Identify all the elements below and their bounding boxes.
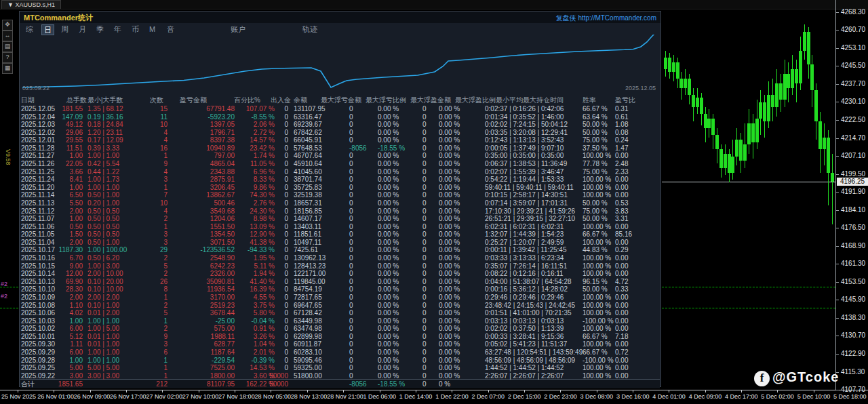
table-cell: 3.00 (45, 372, 83, 380)
table-cell: 0 (422, 294, 440, 302)
table-row[interactable]: 2025.11.201.001.00 | 1.0013206.459.86 %0… (21, 184, 659, 192)
candle-body (707, 119, 711, 128)
table-row[interactable]: 2025.09.296.001.00 | 1.0061187.642.01 %0… (21, 348, 659, 357)
cursor-icon[interactable]: ↔ (2, 31, 13, 41)
table-row[interactable]: 2025.10.159.001.00 | 3.0056242.235.11 %0… (21, 262, 659, 270)
help-icon[interactable]: ? (2, 52, 13, 63)
table-row[interactable]: 2025.11.135.500.20 | 1.0010500.462.76 %0… (21, 199, 659, 207)
table-cell: -8056 (349, 380, 378, 388)
table-row[interactable]: 2025.10.1412.002.00 | 10.0022326.001.94 … (21, 270, 659, 278)
period-button-M[interactable]: M (147, 24, 157, 34)
table-row[interactable]: 2025.10.026.001.00 | 5.002575.000.91 %06… (21, 325, 659, 333)
mt4-window: ▼ XAUUSD.s,H1 V9.58 #2 #2 MTCommander统计 … (0, 0, 868, 404)
table-row[interactable]: 2025.10.031.001.00 | 1.001-25.00-0.04 %0… (21, 317, 659, 325)
period-button-综[interactable]: 综 (24, 24, 35, 34)
table-cell: 0.00 % (439, 348, 481, 357)
table-cell: 0.00 % (439, 152, 481, 160)
move-icon[interactable]: ✥ (2, 20, 13, 31)
table-row[interactable]: 2025.12.0349.120.18 | 24.84101397.052.06… (21, 121, 659, 129)
table-row[interactable]: 2025.10.092.002.00 | 2.0013170.004.55 %0… (21, 294, 659, 302)
table-cell: 0.50 (45, 223, 83, 231)
table-row[interactable]: 2025.11.2811.510.39 | 3.331610940.8923.4… (21, 144, 659, 153)
table-row[interactable]: 2025.11.146.500.50 | 1.00713862.6774.30 … (21, 191, 659, 199)
total-row[interactable]: 合计1851.6521281107.95162.22 %50000-8056-1… (21, 380, 659, 388)
candle-body (807, 32, 810, 65)
account-button[interactable]: 账户 (229, 24, 248, 34)
table-cell: 4 (140, 136, 167, 144)
table-row[interactable]: 2025.11.253.660.44 | 1.2242343.886.96 %0… (21, 168, 659, 176)
grid-icon[interactable]: ▤ (2, 41, 13, 52)
table-row[interactable]: 2025.11.122.000.50 | 0.5043549.6824.30 %… (21, 207, 659, 216)
table-row[interactable]: 2025.10.081.100.10 | 1.0022519.233.75 %0… (21, 302, 659, 310)
table-cell: 0.00 % (378, 199, 420, 207)
table-cell: 0.00 % (439, 270, 481, 278)
table-row[interactable]: 2025.11.271.001.00 | 1.001797.001.74 %04… (21, 152, 659, 160)
table-cell: 0.00 % (378, 357, 420, 365)
period-button-季[interactable]: 季 (94, 24, 106, 34)
candle-body (763, 102, 766, 121)
tab-xauusd[interactable]: ▼ XAUUSD.s,H1 (1, 0, 61, 9)
table-row[interactable]: 2025.10.1028.300.10 | 10.00811936.5416.3… (21, 285, 659, 294)
table-cell: 0:08:22 | 0:12:16 | 0:16:11 (485, 270, 599, 278)
column-header: 日期 (21, 96, 35, 105)
candle-body (696, 98, 699, 107)
table-cell: 10 (140, 199, 167, 207)
table-cell: -25.00 (174, 317, 235, 325)
table-row[interactable]: 2025.11.2622.050.42 | 5.5494865.0411.05 … (21, 160, 659, 168)
table-cell: 0 (258, 199, 288, 207)
table-cell: 69.90 (45, 278, 83, 286)
table-row[interactable]: 2025.09.255.005.00 | 5.0017525.0014.53 %… (21, 364, 659, 372)
period-button-币[interactable]: 币 (130, 24, 141, 34)
table-row[interactable]: 2025.11.071.000.50 | 0.5021204.068.98 %0… (21, 215, 659, 223)
table-cell: 0.00 % (439, 215, 481, 223)
table-cell: 0.00 % (378, 333, 420, 341)
table-row[interactable]: 2025.10.171187.301.00 | 100.0029-123536.… (21, 246, 659, 254)
table-row[interactable]: 2025.10.015.120.01 | 1.0091988.113.26 %0… (21, 333, 659, 341)
period-button-年[interactable]: 年 (112, 24, 123, 34)
track-button[interactable]: 轨迹 (300, 24, 319, 34)
table-row[interactable]: 2025.12.0129.550.17 | 12.0948397.3814.57… (21, 136, 659, 144)
table-cell: 2519.23 (174, 302, 235, 310)
table-cell: 1354.50 (174, 230, 235, 239)
table-row[interactable]: 2025.10.064.020.01 | 2.0053678.445.80 %0… (21, 309, 659, 317)
table-row[interactable]: 2025.12.05181.551.35 | 68.121567791.4810… (21, 105, 659, 113)
table-cell: 0 (258, 152, 288, 160)
table-cell: 8 (140, 285, 167, 294)
candle-body (679, 79, 683, 88)
price-tick (836, 84, 839, 85)
table-cell: 0.00 (615, 152, 649, 160)
table-row[interactable]: 2025.11.051.500.50 | 0.5031354.5012.90 %… (21, 230, 659, 239)
mtcommander-stats-panel[interactable]: MTCommander统计 复盘侠 http://MTCommander.com… (19, 11, 661, 387)
table-row[interactable]: 2025.09.223.003.00 | 3.0011800.003.60 %5… (21, 372, 659, 380)
table-row[interactable]: 2025.12.04147.090.19 | 36.1611-5923.20-8… (21, 113, 659, 121)
table-row[interactable]: 2025.09.281.001.00 | 1.001-229.54-0.39 %… (21, 357, 659, 365)
table-row[interactable]: 2025.11.060.500.50 | 0.5011551.5013.09 %… (21, 223, 659, 231)
table-row[interactable]: 2025.11.042.000.50 | 1.0033071.5041.38 %… (21, 239, 659, 247)
table-cell: 0.00 % (378, 372, 420, 380)
table-cell: 0 (422, 223, 440, 231)
period-button-月[interactable]: 月 (77, 24, 88, 34)
dashed-level-line (662, 287, 835, 287)
table-cell: 1397.05 (174, 121, 235, 129)
table-cell: 0.00 % (439, 333, 481, 341)
list-icon[interactable]: ▦ (2, 63, 13, 74)
period-button-日[interactable]: 日 (41, 24, 54, 35)
panel-title-bar[interactable]: MTCommander统计 复盘侠 http://MTCommander.com (20, 12, 660, 23)
table-cell: 28.30 (45, 285, 83, 294)
table-row[interactable]: 2025.10.1369.900.10 | 20.002635090.8141.… (21, 278, 659, 286)
table-row[interactable]: 2025.12.0229.061.20 | 23.1141796.712.72 … (21, 129, 659, 137)
table-row[interactable]: 2025.09.301.110.01 | 1.003628.771.04 %06… (21, 340, 659, 348)
table-row[interactable]: 2025.10.166.700.50 | 6.2022548.901.95 %0… (21, 254, 659, 262)
table-cell: 5.12 (45, 333, 83, 341)
brand-link[interactable]: 复盘侠 http://MTCommander.com (556, 14, 656, 23)
time-tick (560, 390, 561, 392)
table-cell: 0 (349, 207, 378, 216)
table-cell: 0 (422, 270, 440, 278)
table-cell: 0:05:02 | 5:41:23 | 11:51:37 (485, 340, 599, 348)
table-row[interactable]: 2025.11.248.411.00 | 1.7332875.918.33 %0… (21, 176, 659, 184)
table-cell: 0.00 % (439, 294, 481, 302)
period-button-音[interactable]: 音 (165, 24, 176, 34)
table-cell: 0.00 % (378, 246, 420, 254)
table-cell: 0 (422, 278, 440, 286)
period-button-周[interactable]: 周 (59, 24, 71, 34)
